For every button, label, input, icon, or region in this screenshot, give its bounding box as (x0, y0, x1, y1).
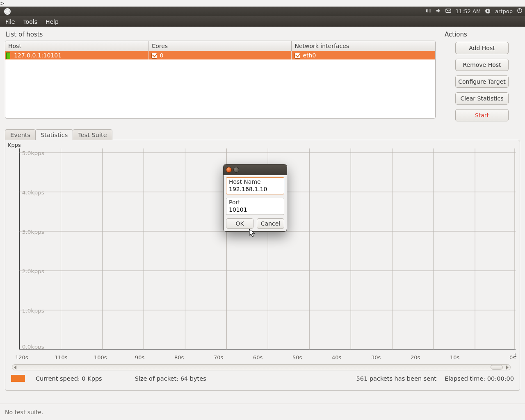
xtick: 70s (214, 354, 223, 361)
xtick: 0s (509, 354, 516, 361)
xtick: 60s (253, 354, 262, 361)
xtick: 120s (15, 354, 28, 361)
app-menubar: File Tools Help (0, 16, 525, 27)
add-host-button[interactable]: Add Host (455, 42, 509, 54)
xtick: 100s (94, 354, 107, 361)
xtick: 50s (292, 354, 302, 361)
core-checkbox[interactable] (151, 53, 157, 59)
tab-events[interactable]: Events (5, 129, 36, 140)
xtick: 20s (411, 354, 420, 361)
cancel-button[interactable]: Cancel (257, 218, 284, 229)
ubuntu-top-panel: 11:52 AM artpop (0, 7, 525, 16)
tab-test-suite[interactable]: Test Suite (73, 129, 112, 140)
packet-size-text: Size of packet: 64 bytes (135, 375, 206, 382)
volume-icon[interactable] (436, 8, 441, 15)
minimize-icon[interactable] (233, 167, 239, 173)
host-name-label: Host Name (226, 178, 284, 185)
col-cores[interactable]: Cores (148, 41, 292, 51)
svg-text:4.0kpps: 4.0kpps (22, 189, 44, 196)
configure-target-button[interactable]: Configure Target (455, 75, 509, 88)
xtick: 110s (55, 354, 68, 361)
clear-statistics-button[interactable]: Clear Statistics (455, 92, 509, 105)
y-axis-label: Kpps (8, 142, 21, 148)
svg-rect-0 (446, 9, 451, 13)
add-host-dialog: Host Name Port OK Cancel (223, 164, 287, 232)
tab-statistics[interactable]: Statistics (35, 129, 73, 140)
start-button[interactable]: Start (455, 109, 509, 121)
chart-scrollbar[interactable] (12, 364, 511, 370)
remove-host-button[interactable]: Remove Host (455, 59, 509, 71)
menu-tools[interactable]: Tools (19, 18, 41, 26)
user-cog-icon[interactable] (485, 8, 491, 14)
series-color-swatch (11, 375, 25, 382)
svg-text:3.0kpps: 3.0kpps (22, 229, 44, 235)
network-icon[interactable] (426, 8, 431, 15)
svg-text:2.0kpps: 2.0kpps (22, 268, 44, 274)
xtick: 80s (174, 354, 184, 361)
menu-file[interactable]: File (2, 18, 18, 26)
xtick: 30s (371, 354, 381, 361)
status-bar: No test suite. (0, 404, 525, 420)
svg-rect-5 (485, 11, 486, 11)
host-row[interactable]: 127.0.0.1:10101 0 eth0 (5, 51, 435, 59)
mail-icon[interactable] (445, 8, 451, 15)
menu-help[interactable]: Help (42, 18, 62, 26)
host-cell: 127.0.0.1:10101 (14, 52, 62, 59)
close-icon[interactable] (226, 167, 232, 173)
svg-rect-4 (488, 13, 488, 14)
elapsed-time-text: Elapsed time: 00:00:00 (445, 375, 514, 382)
svg-point-2 (487, 10, 488, 12)
scroll-left-icon[interactable] (14, 365, 16, 370)
hosts-title: List of hosts (5, 29, 436, 41)
current-speed-text: Current speed: 0 Kpps (36, 375, 102, 382)
svg-rect-3 (488, 9, 488, 9)
hosts-table-frame: Host Cores Network interfaces 127.0.0.1:… (5, 41, 436, 119)
svg-rect-6 (490, 11, 491, 11)
iface-checkbox[interactable] (294, 53, 300, 59)
port-label: Port (226, 198, 284, 205)
svg-rect-8 (519, 8, 520, 10)
core-cell: 0 (160, 52, 163, 59)
packets-sent-text: 561 packets has been sent (356, 375, 436, 382)
actions-title: Actions (444, 29, 520, 41)
power-icon[interactable] (517, 8, 523, 15)
col-host[interactable]: Host (5, 41, 148, 51)
svg-text:1.0kpps: 1.0kpps (22, 308, 44, 314)
host-name-input[interactable] (226, 185, 284, 194)
username-text[interactable]: artpop (495, 8, 513, 14)
xtick: 40s (332, 354, 341, 361)
col-ifaces[interactable]: Network interfaces (292, 41, 435, 51)
system-tray: 11:52 AM artpop (426, 8, 523, 15)
ubuntu-roundel-icon[interactable] (4, 8, 11, 15)
xtick: 90s (135, 354, 144, 361)
iface-cell: eth0 (303, 52, 316, 59)
svg-text:0.0kpps: 0.0kpps (22, 344, 44, 350)
dialog-titlebar[interactable] (224, 164, 287, 175)
test-suite-status: No test suite. (5, 409, 43, 415)
ok-button[interactable]: OK (226, 218, 253, 229)
svg-text:5.0kpps: 5.0kpps (22, 150, 44, 156)
clock-text[interactable]: 11:52 AM (455, 8, 481, 14)
scroll-thumb[interactable] (491, 365, 503, 370)
scroll-right-icon[interactable] (506, 365, 509, 370)
port-input[interactable] (226, 205, 284, 215)
xtick: 10s (450, 354, 459, 361)
